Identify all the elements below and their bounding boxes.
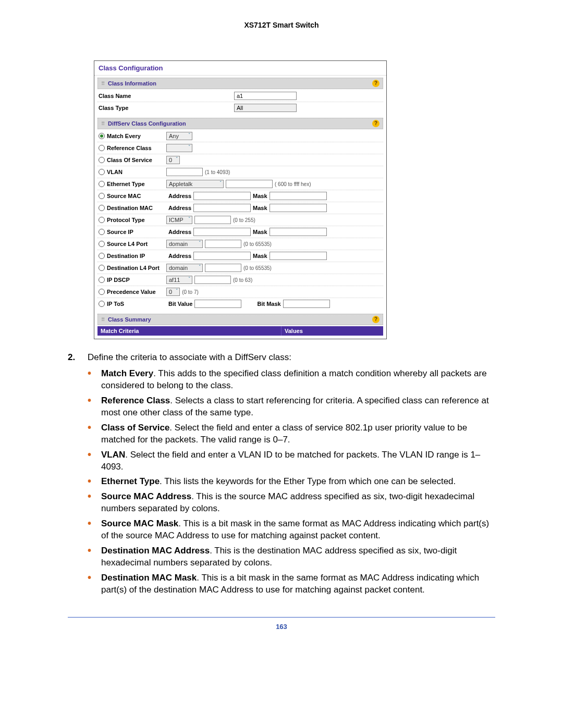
row-label: Ethernet Type	[107, 181, 145, 187]
class-name-value[interactable]: a1	[234, 92, 297, 100]
select-dest-l4[interactable]: domain	[166, 264, 203, 272]
input-tos-bitvalue[interactable]	[194, 300, 241, 308]
panel-title: Class Configuration	[94, 61, 386, 76]
help-icon[interactable]: ?	[372, 316, 380, 323]
row-label: VLAN	[107, 169, 123, 175]
step-number: 2.	[68, 352, 88, 364]
section-title: Class Summary	[108, 316, 151, 323]
page-number: 163	[68, 623, 495, 631]
help-icon[interactable]: ?	[372, 120, 380, 127]
row-label: Class Of Service	[107, 157, 152, 163]
select-ip-dscp[interactable]: af11	[166, 276, 192, 284]
input-dest-ip-mask[interactable]	[270, 252, 327, 260]
select-match-every[interactable]: Any	[166, 132, 192, 140]
input-source-ip-addr[interactable]	[193, 228, 251, 236]
input-dest-mac-addr[interactable]	[193, 204, 251, 212]
input-source-l4[interactable]	[205, 240, 241, 248]
sublabel-address: Address	[168, 229, 191, 235]
bullet-reference-class: Reference Class. Selects a class to star…	[88, 395, 495, 419]
bullet-dest-mac-address: Destination MAC Address. This is the des…	[88, 545, 495, 569]
hint-vlan: (1 to 4093)	[205, 169, 230, 175]
summary-header-row: Match Criteria Values	[97, 326, 383, 336]
bullet-match-every: Match Every. This adds to the specified …	[88, 368, 495, 392]
bullet-vlan: VLAN. Select the field and enter a VLAN …	[88, 449, 495, 473]
bullet-ethernet-type: Ethernet Type. This lists the keywords f…	[88, 476, 495, 488]
radio-dest-mac[interactable]	[99, 205, 105, 211]
document-title: XS712T Smart Switch	[68, 21, 495, 29]
select-reference-class[interactable]	[166, 144, 192, 152]
radio-ethernet-type[interactable]	[99, 181, 105, 187]
row-label: Destination MAC	[107, 205, 153, 211]
bullet-class-of-service: Class of Service. Select the field and e…	[88, 422, 495, 446]
section-title: Class Information	[108, 80, 156, 87]
input-dest-ip-addr[interactable]	[193, 252, 251, 260]
help-icon[interactable]: ?	[372, 80, 380, 87]
grip-icon: ⠿	[101, 81, 105, 87]
input-ip-dscp[interactable]	[194, 276, 231, 284]
input-dest-l4[interactable]	[205, 264, 241, 272]
row-label: Reference Class	[107, 145, 152, 151]
sublabel-address: Address	[168, 205, 191, 211]
row-label: Match Every	[107, 133, 141, 139]
row-label: Destination IP	[107, 253, 145, 259]
footer-rule	[68, 617, 495, 618]
radio-dest-ip[interactable]	[99, 253, 105, 259]
summary-col-values: Values	[282, 326, 383, 336]
sublabel-address: Address	[168, 253, 191, 259]
row-label: IP DSCP	[107, 277, 130, 283]
radio-match-every[interactable]	[99, 133, 105, 139]
row-label: Destination L4 Port	[107, 265, 160, 271]
sublabel-bit-mask: Bit Mask	[257, 301, 280, 307]
input-protocol-type[interactable]	[194, 216, 231, 224]
input-tos-bitmask[interactable]	[283, 300, 330, 308]
section-bar-summary: ⠿ Class Summary ?	[97, 314, 383, 325]
input-source-mac-mask[interactable]	[270, 192, 327, 200]
input-vlan[interactable]	[166, 168, 203, 176]
select-ethernet-type[interactable]: Appletalk	[166, 180, 224, 188]
hint-dest-l4: (0 to 65535)	[243, 265, 272, 271]
screenshot-panel: Class Configuration ⠿ Class Information …	[94, 60, 387, 339]
sublabel-mask: Mask	[253, 229, 267, 235]
radio-cos[interactable]	[99, 157, 105, 163]
section-bar-class-info: ⠿ Class Information ?	[97, 78, 383, 89]
sublabel-bit-value: Bit Value	[168, 301, 192, 307]
bullet-list: Match Every. This adds to the specified …	[88, 368, 495, 596]
hint-source-l4: (0 to 65535)	[243, 241, 272, 247]
select-precedence[interactable]: 0	[166, 288, 180, 296]
section-title: DiffServ Class Configuration	[108, 120, 186, 127]
select-source-l4[interactable]: domain	[166, 240, 203, 248]
radio-ip-tos[interactable]	[99, 301, 105, 307]
hint-protocol: (0 to 255)	[233, 217, 255, 223]
sublabel-mask: Mask	[253, 193, 267, 199]
input-dest-mac-mask[interactable]	[270, 204, 327, 212]
input-ethernet-type[interactable]	[226, 180, 273, 188]
radio-source-ip[interactable]	[99, 229, 105, 235]
radio-vlan[interactable]	[99, 169, 105, 175]
hint-ethernet-type: ( 600 to ffff hex)	[275, 181, 311, 187]
hint-precedence: (0 to 7)	[182, 289, 199, 295]
select-protocol-type[interactable]: ICMP	[166, 216, 192, 224]
radio-reference-class[interactable]	[99, 145, 105, 151]
radio-dest-l4[interactable]	[99, 265, 105, 271]
bullet-dest-mac-mask: Destination MAC Mask. This is a bit mask…	[88, 572, 495, 596]
class-type-value: All	[234, 104, 297, 112]
input-source-mac-addr[interactable]	[193, 192, 251, 200]
radio-protocol-type[interactable]	[99, 217, 105, 223]
select-cos[interactable]: 0	[166, 156, 180, 164]
sublabel-address: Address	[168, 193, 191, 199]
step-text: Define the criteria to associate with a …	[88, 352, 291, 364]
radio-precedence[interactable]	[99, 289, 105, 295]
row-label: Source MAC	[107, 193, 141, 199]
bullet-source-mac-mask: Source MAC Mask. This is a bit mask in t…	[88, 518, 495, 542]
bullet-source-mac-address: Source MAC Address. This is the source M…	[88, 491, 495, 515]
class-type-label: Class Type	[99, 105, 166, 111]
section-bar-diffserv: ⠿ DiffServ Class Configuration ?	[97, 118, 383, 129]
radio-ip-dscp[interactable]	[99, 277, 105, 283]
radio-source-l4[interactable]	[99, 241, 105, 247]
radio-source-mac[interactable]	[99, 193, 105, 199]
row-label: Protocol Type	[107, 217, 145, 223]
sublabel-mask: Mask	[253, 205, 267, 211]
input-source-ip-mask[interactable]	[270, 228, 327, 236]
grip-icon: ⠿	[101, 121, 105, 127]
sublabel-mask: Mask	[253, 253, 267, 259]
